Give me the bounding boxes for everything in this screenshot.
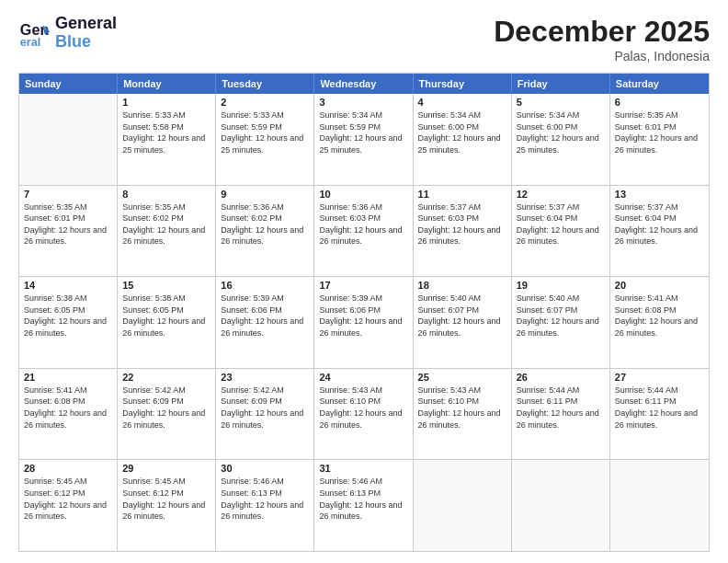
day-number: 19 <box>517 280 605 291</box>
sun-info: Sunrise: 5:46 AMSunset: 6:13 PMDaylight:… <box>319 476 407 522</box>
calendar-cell: 22Sunrise: 5:42 AMSunset: 6:09 PMDayligh… <box>118 369 216 460</box>
day-number: 24 <box>319 372 407 383</box>
calendar: Sunday Monday Tuesday Wednesday Thursday… <box>18 73 710 552</box>
day-number: 12 <box>517 189 605 200</box>
sun-info: Sunrise: 5:34 AMSunset: 6:00 PMDaylight:… <box>517 109 605 155</box>
calendar-row-1: 1Sunrise: 5:33 AMSunset: 5:58 PMDaylight… <box>19 94 709 186</box>
sun-info: Sunrise: 5:37 AMSunset: 6:04 PMDaylight:… <box>615 201 704 247</box>
calendar-cell: 21Sunrise: 5:41 AMSunset: 6:08 PMDayligh… <box>19 369 118 460</box>
header: Gen eral General Blue December 2025 Pala… <box>18 15 710 63</box>
day-number: 11 <box>418 189 506 200</box>
sun-info: Sunrise: 5:37 AMSunset: 6:04 PMDaylight:… <box>517 201 605 247</box>
day-number: 29 <box>122 463 210 474</box>
calendar-row-2: 7Sunrise: 5:35 AMSunset: 6:01 PMDaylight… <box>19 186 709 278</box>
calendar-cell: 9Sunrise: 5:36 AMSunset: 6:02 PMDaylight… <box>216 186 314 277</box>
sun-info: Sunrise: 5:39 AMSunset: 6:06 PMDaylight:… <box>319 293 407 339</box>
sun-info: Sunrise: 5:36 AMSunset: 6:02 PMDaylight:… <box>221 201 309 247</box>
calendar-row-3: 14Sunrise: 5:38 AMSunset: 6:05 PMDayligh… <box>19 277 709 369</box>
day-number: 17 <box>319 280 407 291</box>
sun-info: Sunrise: 5:37 AMSunset: 6:03 PMDaylight:… <box>418 201 506 247</box>
calendar-page: Gen eral General Blue December 2025 Pala… <box>0 0 728 563</box>
calendar-cell: 27Sunrise: 5:44 AMSunset: 6:11 PMDayligh… <box>610 369 709 460</box>
calendar-cell: 17Sunrise: 5:39 AMSunset: 6:06 PMDayligh… <box>314 277 413 368</box>
sun-info: Sunrise: 5:45 AMSunset: 6:12 PMDaylight:… <box>122 476 210 522</box>
sun-info: Sunrise: 5:43 AMSunset: 6:10 PMDaylight:… <box>418 385 506 431</box>
calendar-cell <box>414 460 512 551</box>
sun-info: Sunrise: 5:43 AMSunset: 6:10 PMDaylight:… <box>319 385 407 431</box>
sun-info: Sunrise: 5:41 AMSunset: 6:08 PMDaylight:… <box>24 385 112 431</box>
sun-info: Sunrise: 5:40 AMSunset: 6:07 PMDaylight:… <box>517 293 605 339</box>
calendar-header: Sunday Monday Tuesday Wednesday Thursday… <box>19 74 709 94</box>
calendar-cell: 14Sunrise: 5:38 AMSunset: 6:05 PMDayligh… <box>19 277 118 368</box>
calendar-row-5: 28Sunrise: 5:45 AMSunset: 6:12 PMDayligh… <box>19 460 709 551</box>
calendar-cell <box>512 460 610 551</box>
header-thursday: Thursday <box>414 74 512 94</box>
day-number: 28 <box>24 463 112 474</box>
day-number: 14 <box>24 280 112 291</box>
day-number: 15 <box>122 280 210 291</box>
sun-info: Sunrise: 5:35 AMSunset: 6:01 PMDaylight:… <box>24 201 112 247</box>
sun-info: Sunrise: 5:35 AMSunset: 6:01 PMDaylight:… <box>615 109 704 155</box>
day-number: 3 <box>319 97 407 108</box>
sun-info: Sunrise: 5:40 AMSunset: 6:07 PMDaylight:… <box>418 293 506 339</box>
day-number: 16 <box>221 280 309 291</box>
day-number: 23 <box>221 372 309 383</box>
day-number: 9 <box>221 189 309 200</box>
day-number: 30 <box>221 463 309 474</box>
calendar-cell: 10Sunrise: 5:36 AMSunset: 6:03 PMDayligh… <box>314 186 413 277</box>
sun-info: Sunrise: 5:42 AMSunset: 6:09 PMDaylight:… <box>221 385 309 431</box>
calendar-cell: 30Sunrise: 5:46 AMSunset: 6:13 PMDayligh… <box>216 460 314 551</box>
calendar-cell: 5Sunrise: 5:34 AMSunset: 6:00 PMDaylight… <box>512 94 610 185</box>
calendar-cell: 7Sunrise: 5:35 AMSunset: 6:01 PMDaylight… <box>19 186 118 277</box>
sun-info: Sunrise: 5:33 AMSunset: 5:59 PMDaylight:… <box>221 109 309 155</box>
day-number: 22 <box>122 372 210 383</box>
calendar-cell: 24Sunrise: 5:43 AMSunset: 6:10 PMDayligh… <box>314 369 413 460</box>
logo-icon: Gen eral <box>18 17 51 50</box>
sun-info: Sunrise: 5:42 AMSunset: 6:09 PMDaylight:… <box>122 385 210 431</box>
calendar-cell: 4Sunrise: 5:34 AMSunset: 6:00 PMDaylight… <box>414 94 512 185</box>
month-title: December 2025 <box>494 15 710 49</box>
calendar-cell: 25Sunrise: 5:43 AMSunset: 6:10 PMDayligh… <box>414 369 512 460</box>
calendar-cell: 8Sunrise: 5:35 AMSunset: 6:02 PMDaylight… <box>118 186 216 277</box>
day-number: 6 <box>615 97 704 108</box>
calendar-row-4: 21Sunrise: 5:41 AMSunset: 6:08 PMDayligh… <box>19 369 709 461</box>
day-number: 7 <box>24 189 112 200</box>
sun-info: Sunrise: 5:39 AMSunset: 6:06 PMDaylight:… <box>221 293 309 339</box>
calendar-cell: 29Sunrise: 5:45 AMSunset: 6:12 PMDayligh… <box>118 460 216 551</box>
sun-info: Sunrise: 5:35 AMSunset: 6:02 PMDaylight:… <box>122 201 210 247</box>
day-number: 21 <box>24 372 112 383</box>
day-number: 31 <box>319 463 407 474</box>
day-number: 26 <box>517 372 605 383</box>
header-monday: Monday <box>118 74 216 94</box>
day-number: 4 <box>418 97 506 108</box>
sun-info: Sunrise: 5:38 AMSunset: 6:05 PMDaylight:… <box>122 293 210 339</box>
calendar-cell: 16Sunrise: 5:39 AMSunset: 6:06 PMDayligh… <box>216 277 314 368</box>
calendar-cell: 12Sunrise: 5:37 AMSunset: 6:04 PMDayligh… <box>512 186 610 277</box>
sun-info: Sunrise: 5:38 AMSunset: 6:05 PMDaylight:… <box>24 293 112 339</box>
calendar-cell: 23Sunrise: 5:42 AMSunset: 6:09 PMDayligh… <box>216 369 314 460</box>
calendar-cell: 26Sunrise: 5:44 AMSunset: 6:11 PMDayligh… <box>512 369 610 460</box>
day-number: 1 <box>122 97 210 108</box>
calendar-cell <box>19 94 118 185</box>
calendar-cell <box>610 460 709 551</box>
sun-info: Sunrise: 5:45 AMSunset: 6:12 PMDaylight:… <box>24 476 112 522</box>
day-number: 27 <box>615 372 704 383</box>
calendar-cell: 1Sunrise: 5:33 AMSunset: 5:58 PMDaylight… <box>118 94 216 185</box>
header-wednesday: Wednesday <box>314 74 413 94</box>
header-saturday: Saturday <box>610 74 709 94</box>
day-number: 2 <box>221 97 309 108</box>
calendar-cell: 20Sunrise: 5:41 AMSunset: 6:08 PMDayligh… <box>610 277 709 368</box>
header-tuesday: Tuesday <box>216 74 314 94</box>
calendar-cell: 18Sunrise: 5:40 AMSunset: 6:07 PMDayligh… <box>414 277 512 368</box>
day-number: 25 <box>418 372 506 383</box>
calendar-cell: 13Sunrise: 5:37 AMSunset: 6:04 PMDayligh… <box>610 186 709 277</box>
logo: Gen eral General Blue <box>18 15 117 52</box>
logo-text-blue: Blue <box>55 33 117 52</box>
location: Palas, Indonesia <box>494 49 710 63</box>
day-number: 5 <box>517 97 605 108</box>
day-number: 13 <box>615 189 704 200</box>
sun-info: Sunrise: 5:44 AMSunset: 6:11 PMDaylight:… <box>517 385 605 431</box>
day-number: 10 <box>319 189 407 200</box>
calendar-cell: 28Sunrise: 5:45 AMSunset: 6:12 PMDayligh… <box>19 460 118 551</box>
header-sunday: Sunday <box>19 74 118 94</box>
